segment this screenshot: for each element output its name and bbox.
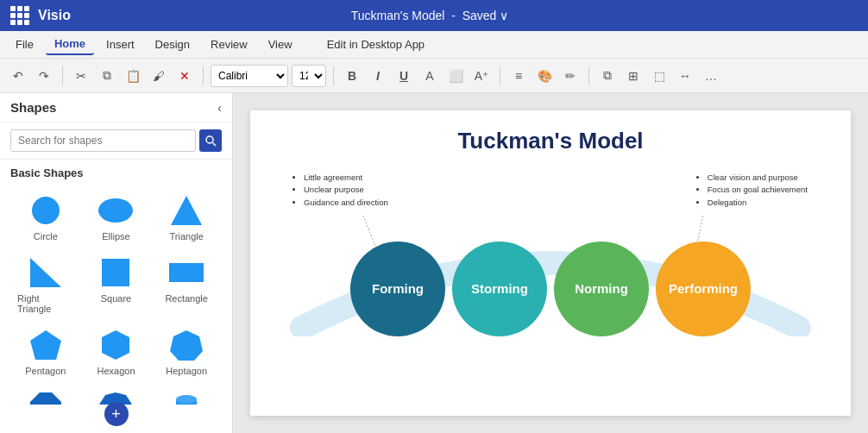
undo-button[interactable]: ↶	[7, 65, 29, 87]
connect-button[interactable]: ↔	[674, 65, 696, 87]
font-select[interactable]: Calibri	[211, 65, 288, 87]
app-grid-icon[interactable]	[10, 6, 29, 25]
canvas-page: Tuckman's Model Little agreement Unclear…	[250, 110, 851, 416]
toolbar-sep-5	[588, 66, 589, 85]
highlight-button[interactable]: ⬜	[444, 65, 467, 87]
shape-circle[interactable]: Circle	[14, 190, 78, 245]
menu-bar: File Home Insert Design Review View Edit…	[0, 31, 868, 59]
shape-triangle[interactable]: Triangle	[154, 190, 218, 245]
triangle-icon	[167, 193, 205, 228]
shape-pentagon-label: Pentagon	[25, 366, 66, 376]
shapes-header: Shapes ‹	[0, 93, 232, 122]
container-button[interactable]: ⬚	[648, 65, 670, 87]
add-shape-button[interactable]: +	[104, 402, 129, 426]
shape-rectangle-label: Rectangle	[165, 293, 208, 304]
left-notes: Little agreement Unclear purpose Guidanc…	[293, 172, 388, 209]
basic-shapes-label: Basic Shapes	[0, 160, 232, 183]
circle-icon	[27, 193, 65, 228]
heptagon-icon	[167, 328, 205, 362]
shape-ellipse-label: Ellipse	[102, 231, 129, 242]
paste-button[interactable]: 📋	[122, 65, 144, 87]
title-bar-left: Visio	[10, 6, 71, 25]
shape-right-triangle[interactable]: Right Triangle	[14, 252, 78, 317]
toolbar-sep-2	[203, 66, 204, 85]
shape-heptagon[interactable]: Heptagon	[154, 324, 218, 380]
shape-circle-label: Circle	[34, 231, 58, 242]
svg-marker-8	[30, 330, 61, 360]
toolbar-sep-4	[500, 66, 500, 85]
shape-triangle-label: Triangle	[169, 231, 203, 242]
rectangle-icon	[167, 255, 205, 290]
search-container	[0, 122, 232, 160]
delete-button[interactable]: ✕	[173, 65, 196, 87]
circles-row: Forming Storming Norming Performing	[347, 242, 754, 336]
right-triangle-icon	[27, 255, 65, 290]
shape-square[interactable]: Square	[85, 252, 148, 317]
shapes-grid: Circle Ellipse Triangle Ri	[0, 183, 232, 405]
shape-pentagon[interactable]: Pentagon	[14, 324, 78, 380]
notes-row: Little agreement Unclear purpose Guidanc…	[276, 172, 825, 209]
hexagon-icon	[97, 328, 135, 362]
more-button[interactable]: …	[700, 65, 722, 87]
line-color-button[interactable]: ✏	[559, 65, 582, 87]
svg-marker-9	[102, 330, 129, 360]
ellipse-icon	[97, 193, 135, 228]
search-button[interactable]	[199, 129, 222, 152]
shapes-panel: Shapes ‹ Basic Shapes Circle	[0, 93, 233, 433]
shape-rectangle[interactable]: Rectangle	[154, 252, 218, 317]
shape-can[interactable]: Can	[154, 386, 218, 405]
stage-norming: Norming	[554, 242, 649, 336]
svg-marker-10	[170, 330, 203, 361]
align-button[interactable]: ≡	[507, 65, 530, 87]
octagon-icon	[27, 390, 65, 405]
shape-octagon[interactable]: Octagon	[14, 386, 78, 405]
shape-hexagon[interactable]: Hexagon	[85, 324, 148, 380]
menu-edit-desktop[interactable]: Edit in Desktop App	[318, 35, 433, 54]
collapse-panel-button[interactable]: ‹	[217, 101, 222, 115]
copy-button[interactable]: ⧉	[96, 65, 118, 87]
svg-point-3	[98, 198, 133, 223]
title-bar: Visio Tuckman's Model - Saved ∨	[0, 0, 868, 31]
right-notes: Clear vision and purpose Focus on goal a…	[697, 172, 808, 209]
search-icon	[205, 135, 217, 147]
stage-performing: Performing	[656, 242, 751, 336]
search-shapes-input[interactable]	[10, 129, 196, 152]
pentagon-icon	[27, 328, 65, 362]
cut-button[interactable]: ✂	[70, 65, 92, 87]
svg-line-1	[212, 142, 216, 146]
square-icon	[97, 255, 135, 290]
svg-point-0	[206, 136, 213, 143]
group-button[interactable]: ⊞	[622, 65, 645, 87]
svg-marker-5	[30, 258, 61, 287]
svg-rect-6	[102, 259, 129, 286]
canvas-area[interactable]: Tuckman's Model Little agreement Unclear…	[233, 93, 868, 433]
arc-container: Forming Storming Norming Performing	[276, 216, 825, 336]
menu-insert[interactable]: Insert	[97, 35, 143, 54]
toolbar-sep-1	[62, 66, 63, 85]
menu-design[interactable]: Design	[147, 35, 198, 54]
arrange-button[interactable]: ⧉	[596, 65, 619, 87]
menu-review[interactable]: Review	[202, 35, 256, 54]
svg-marker-4	[171, 196, 202, 225]
shape-ellipse[interactable]: Ellipse	[85, 190, 148, 245]
diagram-title: Tuckman's Model	[276, 128, 825, 154]
svg-point-14	[176, 395, 197, 404]
font-size-up-button[interactable]: A⁺	[470, 65, 493, 87]
fill-color-button[interactable]: 🎨	[533, 65, 556, 87]
italic-button[interactable]: I	[367, 65, 389, 87]
underline-button[interactable]: U	[393, 65, 415, 87]
redo-button[interactable]: ↷	[33, 65, 55, 87]
stage-forming: Forming	[350, 242, 445, 336]
shape-heptagon-label: Heptagon	[166, 366, 207, 376]
font-color-button[interactable]: A	[418, 65, 441, 87]
menu-file[interactable]: File	[7, 35, 42, 54]
format-painter-button[interactable]: 🖌	[148, 65, 170, 87]
stage-storming: Storming	[452, 242, 547, 336]
font-size-select[interactable]: 12	[292, 65, 326, 87]
menu-home[interactable]: Home	[46, 34, 94, 55]
bold-button[interactable]: B	[341, 65, 363, 87]
shape-right-triangle-label: Right Triangle	[17, 293, 74, 314]
svg-marker-11	[30, 392, 61, 405]
menu-view[interactable]: View	[260, 35, 301, 54]
toolbar: ↶ ↷ ✂ ⧉ 📋 🖌 ✕ Calibri 12 B I U A ⬜ A⁺ ≡ …	[0, 59, 868, 93]
